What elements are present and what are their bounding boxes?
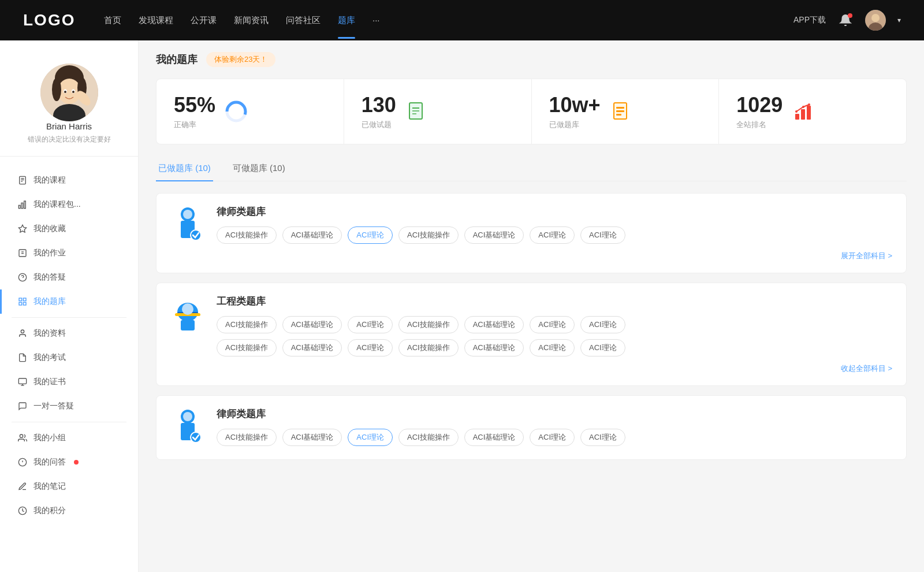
- tag-2-2[interactable]: ACI理论: [348, 429, 393, 446]
- tag-0-4[interactable]: ACI基础理论: [464, 226, 524, 244]
- tag-2-6[interactable]: ACI理论: [580, 429, 625, 446]
- stat-text: 130 已做试题: [362, 93, 396, 130]
- sidebar-item-qa[interactable]: 我的答疑: [0, 265, 138, 289]
- svg-point-42: [230, 105, 243, 118]
- svg-rect-51: [616, 110, 624, 112]
- tag-1-3[interactable]: ACI技能操作: [398, 316, 459, 333]
- nav-open-course[interactable]: 公开课: [191, 13, 217, 28]
- profile-name: Brian Harris: [46, 121, 92, 131]
- doc-green-icon: [405, 100, 429, 123]
- tag-1-r2-1[interactable]: ACI基础理论: [282, 339, 342, 356]
- tag-0-0[interactable]: ACI技能操作: [217, 226, 277, 244]
- sidebar-item-label: 我的课程包...: [33, 199, 81, 210]
- tag-1-1[interactable]: ACI基础理论: [282, 316, 342, 333]
- sidebar-item-points[interactable]: 我的积分: [0, 499, 138, 523]
- svg-point-70: [183, 412, 192, 421]
- svg-rect-55: [807, 106, 811, 120]
- qbank-expand-1[interactable]: 收起全部科目 >: [217, 363, 892, 374]
- svg-rect-54: [801, 109, 805, 120]
- tag-0-1[interactable]: ACI基础理论: [282, 226, 342, 244]
- qbank-card-0: 律师类题库 ACI技能操作 ACI基础理论 ACI理论 ACI技能操作 ACI基…: [156, 193, 907, 273]
- qbank-content-0: 律师类题库 ACI技能操作 ACI基础理论 ACI理论 ACI技能操作 ACI基…: [217, 205, 892, 261]
- tag-1-r2-6[interactable]: ACI理论: [580, 339, 625, 356]
- tag-2-0[interactable]: ACI技能操作: [217, 429, 277, 446]
- question-icon: [17, 272, 28, 283]
- tab-available[interactable]: 可做题库 (10): [230, 158, 288, 181]
- svg-point-67: [182, 303, 193, 315]
- sidebar-item-label: 我的问答: [33, 457, 66, 467]
- sidebar-item-label: 我的笔记: [33, 481, 66, 492]
- sidebar-item-certificate[interactable]: 我的证书: [0, 370, 138, 394]
- qbank-card-1: 工程类题库 ACI技能操作 ACI基础理论 ACI理论 ACI技能操作 ACI基…: [156, 283, 907, 386]
- stat-number-rank: 1029: [736, 93, 783, 117]
- tag-1-r2-4[interactable]: ACI基础理论: [464, 339, 524, 356]
- svg-point-12: [64, 91, 66, 93]
- star-icon: [17, 224, 28, 234]
- tag-1-2[interactable]: ACI理论: [348, 316, 393, 333]
- nav-qbank[interactable]: 题库: [338, 13, 355, 28]
- sidebar-item-notes[interactable]: 我的笔记: [0, 474, 138, 499]
- notification-bell[interactable]: [837, 12, 854, 28]
- points-icon: [17, 506, 28, 516]
- doc-orange-icon: [610, 100, 633, 123]
- sidebar-item-my-qa[interactable]: 我的问答: [0, 450, 138, 474]
- tag-1-r2-2[interactable]: ACI理论: [348, 339, 393, 356]
- profile-avatar: [40, 64, 98, 121]
- tag-1-r2-5[interactable]: ACI理论: [530, 339, 575, 356]
- stat-text: 10w+ 已做题库: [549, 93, 601, 130]
- qbank-title-2: 律师类题库: [217, 407, 892, 421]
- sidebar-item-1on1[interactable]: 一对一答疑: [0, 394, 138, 418]
- sidebar-item-course-pkg[interactable]: 我的课程包...: [0, 192, 138, 217]
- stat-banks-done: 10w+ 已做题库: [532, 79, 720, 144]
- tag-1-r2-3[interactable]: ACI技能操作: [398, 339, 459, 356]
- tag-2-4[interactable]: ACI基础理论: [464, 429, 524, 446]
- stat-label-questions: 已做试题: [362, 120, 396, 130]
- nav-news[interactable]: 新闻资讯: [234, 13, 269, 28]
- sidebar-item-label: 我的题库: [33, 296, 66, 307]
- sidebar-item-qbank[interactable]: 我的题库: [0, 289, 138, 314]
- tag-2-3[interactable]: ACI技能操作: [398, 429, 459, 446]
- tag-0-2[interactable]: ACI理论: [348, 226, 393, 244]
- tag-0-3[interactable]: ACI技能操作: [398, 226, 459, 244]
- stat-label-accuracy: 正确率: [174, 120, 215, 130]
- tag-0-5[interactable]: ACI理论: [530, 226, 575, 244]
- nav-discover[interactable]: 发现课程: [139, 13, 173, 28]
- sidebar-item-group[interactable]: 我的小组: [0, 426, 138, 450]
- tag-0-6[interactable]: ACI理论: [580, 226, 625, 244]
- qbank-expand-0[interactable]: 展开全部科目 >: [217, 251, 892, 261]
- nav-qa[interactable]: 问答社区: [286, 13, 321, 28]
- tag-1-4[interactable]: ACI基础理论: [464, 316, 524, 333]
- sidebar: Brian Harris 错误的决定比没有决定要好 我的课程 我的课程包...: [0, 40, 139, 572]
- svg-rect-18: [18, 205, 20, 208]
- sidebar-item-profile[interactable]: 我的资料: [0, 321, 138, 346]
- tag-2-1[interactable]: ACI基础理论: [282, 429, 342, 446]
- sidebar-item-exam[interactable]: 我的考试: [0, 346, 138, 370]
- tag-1-r2-0[interactable]: ACI技能操作: [217, 339, 277, 356]
- svg-point-56: [795, 110, 798, 113]
- tab-done[interactable]: 已做题库 (10): [156, 158, 213, 181]
- user-avatar[interactable]: [865, 10, 886, 31]
- tag-1-6[interactable]: ACI理论: [580, 316, 625, 333]
- svg-rect-52: [616, 114, 621, 116]
- tag-1-5[interactable]: ACI理论: [530, 316, 575, 333]
- svg-rect-28: [23, 298, 26, 301]
- tag-2-5[interactable]: ACI理论: [530, 429, 575, 446]
- qbank-tags-0: ACI技能操作 ACI基础理论 ACI理论 ACI技能操作 ACI基础理论 AC…: [217, 226, 892, 244]
- grid-icon: [17, 296, 28, 307]
- user-dropdown-arrow[interactable]: ▾: [897, 16, 901, 24]
- stat-number-accuracy: 55%: [174, 93, 215, 117]
- main-content: 我的题库 体验剩余23天！ 55% 正确率: [139, 40, 924, 572]
- sidebar-item-label: 我的小组: [33, 433, 66, 443]
- app-download-button[interactable]: APP下载: [793, 15, 826, 25]
- qbank-card-2: 律师类题库 ACI技能操作 ACI基础理论 ACI理论 ACI技能操作 ACI基…: [156, 395, 907, 460]
- sidebar-item-label: 我的资料: [33, 328, 66, 339]
- nav-more[interactable]: ···: [372, 13, 380, 28]
- sidebar-item-my-course[interactable]: 我的课程: [0, 168, 138, 192]
- sidebar-item-homework[interactable]: 我的作业: [0, 241, 138, 265]
- nav-home[interactable]: 首页: [104, 13, 121, 28]
- main-nav: 首页 发现课程 公开课 新闻资讯 问答社区 题库 ···: [104, 13, 770, 28]
- qbank-header-0: 律师类题库 ACI技能操作 ACI基础理论 ACI理论 ACI技能操作 ACI基…: [170, 205, 892, 261]
- tag-1-0[interactable]: ACI技能操作: [217, 316, 277, 333]
- sidebar-item-favorites[interactable]: 我的收藏: [0, 217, 138, 241]
- svg-point-57: [802, 106, 804, 108]
